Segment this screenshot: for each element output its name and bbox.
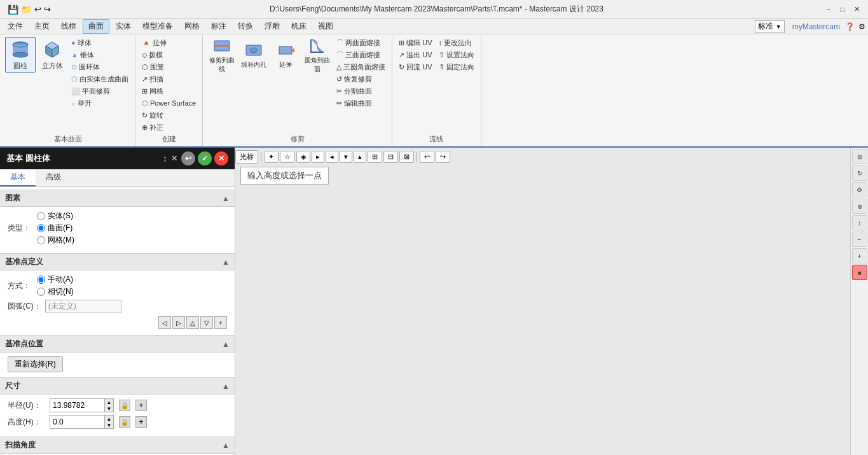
ribbon-btn-overflow-uv[interactable]: ↗ 溢出 UV <box>396 49 434 60</box>
ribbon-btn-sweep[interactable]: ↗ 扫描 <box>139 73 198 85</box>
ribbon-btn-extend[interactable]: 延伸 <box>270 37 301 73</box>
ribbon-btn-restore-trim[interactable]: ↺ 恢复修剪 <box>334 73 388 85</box>
section-scan-angle-header[interactable]: 扫描角度 ▲ <box>0 437 235 454</box>
bp-btn-right[interactable]: ▷ <box>172 316 185 329</box>
menu-engraving[interactable]: 浮雕 <box>259 20 285 33</box>
ribbon-btn-edit-uv[interactable]: ⊞ 编辑 UV <box>396 37 434 48</box>
ribbon-btn-extrude[interactable]: 🔺 拉伸 <box>139 37 198 48</box>
bp-btn-left[interactable]: ◁ <box>158 316 171 329</box>
ribbon-btn-fill-hole[interactable]: 填补内孔 <box>238 37 269 73</box>
ribbon-btn-offset[interactable]: ⊕ 补正 <box>139 122 198 133</box>
menu-wireframe[interactable]: 线框 <box>56 20 81 33</box>
arc-input[interactable] <box>45 300 121 312</box>
panel-ok-button[interactable]: ✓ <box>198 151 212 165</box>
vp-btn-5[interactable]: ◂ <box>326 151 338 163</box>
user-label[interactable]: myMastercam <box>792 22 840 31</box>
open-icon[interactable]: 📁 <box>21 4 32 15</box>
vp-btn-7[interactable]: ▴ <box>354 151 366 163</box>
rp-btn-grid[interactable]: ⊞ <box>852 149 867 164</box>
vp-btn-2[interactable]: ☆ <box>280 151 295 163</box>
ribbon-btn-cylinder[interactable]: 圆柱 <box>5 37 36 73</box>
rp-btn-resize[interactable]: ↕ <box>852 215 867 230</box>
ribbon-btn-power-surface[interactable]: ⬡ Power Surface <box>139 97 198 109</box>
bp-btn-add[interactable]: + <box>214 316 227 329</box>
ribbon-btn-flow-uv[interactable]: ↻ 回流 UV <box>396 61 434 73</box>
radius-input[interactable] <box>50 400 104 410</box>
vp-btn-12[interactable]: ↪ <box>436 151 450 163</box>
vp-btn-4[interactable]: ▸ <box>312 151 324 163</box>
menu-mesh[interactable]: 网格 <box>179 20 205 33</box>
height-lock-btn[interactable]: 🔒 <box>119 416 130 428</box>
bp-btn-down[interactable]: ▽ <box>200 316 213 329</box>
panel-close-icon[interactable]: ✕ <box>171 154 177 163</box>
ribbon-btn-torus[interactable]: ⊙ 圆环体 <box>69 61 131 73</box>
ribbon-btn-draft[interactable]: ◇ 拨模 <box>139 49 198 60</box>
ribbon-btn-change-normal[interactable]: ↕ 更改法向 <box>436 37 477 48</box>
ribbon-btn-three-surface-blend[interactable]: ⌒ 三曲面熔接 <box>334 49 388 60</box>
reselect-button[interactable]: 重新选择(R) <box>8 356 63 372</box>
section-base-position-header[interactable]: 基准点位置 ▲ <box>0 335 235 353</box>
menu-view[interactable]: 视图 <box>313 20 338 33</box>
minimize-button[interactable]: − <box>822 3 835 16</box>
height-up-btn[interactable]: ▲ <box>104 416 113 422</box>
vp-btn-11[interactable]: ↩ <box>420 151 434 163</box>
ribbon-btn-three-fillet-blend[interactable]: △ 三圆角面熔接 <box>334 61 388 73</box>
menu-model-prep[interactable]: 模型准备 <box>137 20 178 33</box>
section-element-header[interactable]: 图素 ▲ <box>0 190 235 207</box>
pin-icon[interactable]: ↕ <box>163 153 167 164</box>
ribbon-btn-cage[interactable]: ⬡ 围笼 <box>139 61 198 73</box>
menu-surface[interactable]: 曲面 <box>83 19 109 34</box>
close-button[interactable]: ✕ <box>850 3 863 16</box>
ribbon-btn-sphere[interactable]: ● 球体 <box>69 37 131 48</box>
vp-cursor-btn[interactable]: 光标 <box>235 150 258 164</box>
ribbon-btn-cube[interactable]: 立方体 <box>37 37 67 73</box>
section-base-point-header[interactable]: 基准点定义 ▲ <box>0 253 235 270</box>
menu-home[interactable]: 主页 <box>29 20 55 33</box>
radio-surface[interactable]: 曲面(F) <box>37 223 74 234</box>
undo-icon[interactable]: ↩ <box>34 4 41 14</box>
save-icon[interactable]: 💾 <box>8 4 18 15</box>
rp-btn-red[interactable]: ■ <box>852 265 867 280</box>
vp-btn-9[interactable]: ⊟ <box>383 151 398 163</box>
help-icon[interactable]: ❓ <box>845 22 855 31</box>
height-input[interactable] <box>50 417 104 427</box>
height-down-btn[interactable]: ▼ <box>104 422 113 428</box>
ribbon-btn-split-surface[interactable]: ✂ 分割曲面 <box>334 85 388 97</box>
ribbon-btn-fillet-to-surface[interactable]: 圆角到曲面 <box>302 37 333 73</box>
rp-btn-rotate[interactable]: ↻ <box>852 165 867 181</box>
section-dimensions-header[interactable]: 尺寸 ▲ <box>0 377 235 395</box>
ribbon-btn-two-surface-blend[interactable]: ⌒ 两曲面熔接 <box>334 37 388 48</box>
ribbon-btn-cone[interactable]: ▲ 锥体 <box>69 49 131 60</box>
panel-cancel-button[interactable]: ✕ <box>214 151 228 165</box>
height-add-btn[interactable]: + <box>135 416 147 428</box>
ribbon-btn-edit-surface[interactable]: ✏ 编辑曲面 <box>334 97 388 109</box>
menu-transform[interactable]: 转换 <box>233 20 258 33</box>
radius-add-btn[interactable]: + <box>135 400 147 411</box>
radio-tangent[interactable]: 相切(N) <box>37 286 74 297</box>
rp-btn-plus[interactable]: + <box>852 248 867 263</box>
rp-btn-cancel[interactable]: ⊗ <box>852 199 867 214</box>
bp-btn-up[interactable]: △ <box>186 316 199 329</box>
radius-down-btn[interactable]: ▼ <box>104 405 113 412</box>
redo-icon[interactable]: ↪ <box>44 4 51 14</box>
ribbon-btn-fix-normal[interactable]: ⇑ 固定法向 <box>436 61 477 73</box>
radius-lock-btn[interactable]: 🔒 <box>119 400 130 411</box>
vp-btn-6[interactable]: ▾ <box>340 151 352 163</box>
ribbon-btn-solid-to-surface[interactable]: ⬡ 由实体生成曲面 <box>69 73 131 85</box>
vp-btn-1[interactable]: ✦ <box>264 151 279 163</box>
ribbon-btn-mesh[interactable]: ⊞ 网格 <box>139 85 198 97</box>
menu-solid[interactable]: 实体 <box>111 20 136 33</box>
menu-file[interactable]: 文件 <box>3 20 28 33</box>
tab-advanced[interactable]: 高级 <box>36 169 71 186</box>
ribbon-btn-set-normal[interactable]: ⇧ 设置法向 <box>436 49 477 60</box>
ribbon-btn-loft[interactable]: ⬦ 举升 <box>69 97 131 109</box>
settings-icon[interactable]: ⚙ <box>858 22 865 31</box>
radio-manual[interactable]: 手动(A) <box>37 274 74 285</box>
ribbon-btn-flat-trim[interactable]: ⬜ 平面修剪 <box>69 85 131 97</box>
ribbon-btn-trim-to-curve[interactable]: 修剪到曲线 <box>207 37 237 73</box>
maximize-button[interactable]: □ <box>836 3 849 16</box>
tab-basic[interactable]: 基本 <box>0 169 36 186</box>
radius-up-btn[interactable]: ▲ <box>104 399 113 405</box>
ribbon-btn-revolve[interactable]: ↻ 旋转 <box>139 109 198 121</box>
radio-solid[interactable]: 实体(S) <box>37 211 74 221</box>
